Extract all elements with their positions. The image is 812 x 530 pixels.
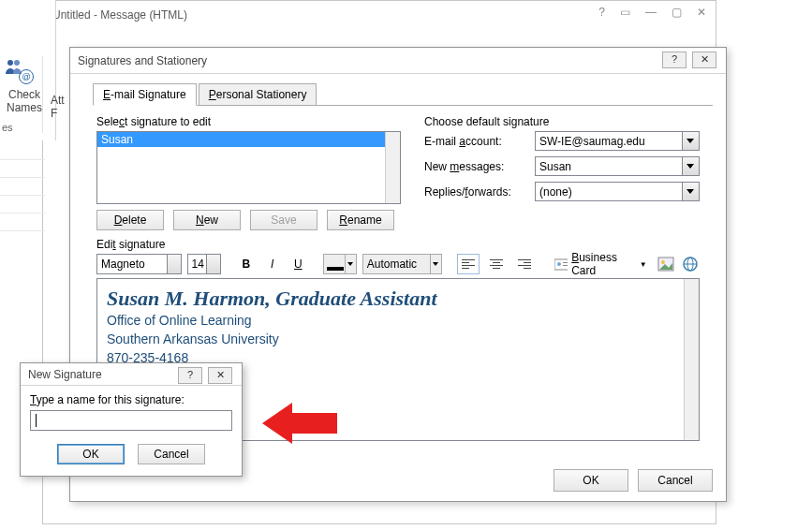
new-messages-dropdown[interactable]: Susan — [535, 156, 700, 176]
editor-toolbar: Magneto 14 B I U Automatic — [96, 254, 700, 274]
sig-name-line: Susan M. Harmon, Graduate Assistant — [107, 287, 689, 311]
align-right-button[interactable] — [513, 254, 536, 274]
italic-button[interactable]: I — [262, 254, 283, 274]
maximize-icon[interactable]: ▢ — [672, 6, 682, 19]
bold-button[interactable]: B — [236, 254, 257, 274]
svg-point-3 — [557, 262, 561, 266]
insert-hyperlink-button[interactable] — [681, 254, 700, 274]
help-button[interactable]: ? — [178, 367, 202, 384]
tab-personal-stationery[interactable]: Personal Stationery — [199, 83, 317, 106]
autocolor-dropdown[interactable]: Automatic — [362, 254, 442, 274]
close-icon[interactable]: ✕ — [697, 6, 706, 19]
insert-image-button[interactable] — [657, 254, 676, 274]
minimize-icon[interactable]: — — [645, 6, 657, 19]
edit-signature-label: Edit signature — [96, 238, 700, 251]
font-color-button[interactable] — [323, 254, 357, 274]
svg-rect-2 — [554, 259, 568, 270]
align-center-button[interactable] — [485, 254, 508, 274]
dialog-titlebar: Signatures and Stationery ? ✕ — [70, 48, 726, 74]
list-stripes — [0, 159, 45, 230]
sig-line: Office of Online Learning — [107, 311, 689, 330]
svg-rect-5 — [563, 265, 568, 266]
dialog-title: Signatures and Stationery — [78, 54, 207, 67]
chevron-down-icon — [687, 139, 694, 143]
chevron-down-icon — [212, 262, 217, 266]
ok-button[interactable]: OK — [554, 469, 628, 492]
f-text: F — [51, 107, 57, 120]
text-caret — [36, 414, 37, 427]
ok-button[interactable]: OK — [57, 444, 125, 464]
ribbon-collapse-icon[interactable]: ▭ — [620, 6, 630, 19]
chevron-down-icon — [172, 262, 178, 266]
close-button[interactable]: ✕ — [692, 52, 716, 68]
new-signature-dialog: New Signature ? ✕ Type a name for this s… — [20, 362, 243, 477]
image-icon — [657, 257, 674, 272]
list-item[interactable]: Susan — [97, 132, 400, 147]
type-name-prompt: Type a name for this signature: — [30, 393, 232, 406]
group-label: es — [0, 122, 13, 133]
underline-button[interactable]: U — [288, 254, 308, 274]
svg-rect-4 — [563, 262, 568, 263]
delete-button[interactable]: Delete — [96, 210, 164, 230]
message-title: Untitled - Message (HTML) — [52, 8, 187, 22]
help-button[interactable]: ? — [662, 52, 687, 68]
ribbon-divider — [42, 56, 43, 133]
font-size-dropdown[interactable]: 14 — [187, 254, 222, 274]
signature-name-input[interactable] — [30, 410, 232, 431]
chevron-down-icon — [687, 189, 694, 194]
link-icon — [682, 256, 699, 272]
sig-line: Southern Arkansas University — [107, 330, 689, 348]
rename-button[interactable]: Rename — [327, 210, 394, 230]
window-controls: ? ▭ — ▢ ✕ — [598, 6, 706, 19]
svg-point-7 — [661, 260, 665, 264]
choose-default-label: Choose default signature — [424, 115, 700, 128]
new-messages-label: New messages: — [424, 160, 529, 173]
chevron-down-icon — [687, 164, 694, 169]
close-button[interactable]: ✕ — [208, 367, 232, 384]
ribbon-fragment: @ CheckNames Att F es — [0, 0, 56, 140]
scrollbar[interactable] — [385, 132, 400, 203]
business-card-button[interactable]: Business Card ▼ — [550, 254, 651, 274]
replies-forwards-label: Replies/forwards: — [424, 185, 529, 199]
select-signature-label: Select signature to edit — [96, 115, 406, 128]
new-sig-titlebar: New Signature ? ✕ — [21, 363, 242, 386]
font-dropdown[interactable]: Magneto — [96, 254, 182, 274]
tab-email-signature[interactable]: E-mail Signature — [93, 83, 197, 106]
new-sig-title: New Signature — [28, 368, 102, 381]
replies-forwards-dropdown[interactable]: (none) — [535, 182, 700, 201]
align-left-button[interactable] — [457, 254, 480, 274]
email-account-dropdown[interactable]: SW-IE@saumag.edu — [535, 131, 700, 151]
scrollbar[interactable] — [684, 279, 699, 440]
attach-text: Att — [51, 94, 65, 107]
message-titlebar: Untitled - Message (HTML) ? ▭ — ▢ ✕ — [43, 1, 716, 29]
help-icon[interactable]: ? — [598, 6, 605, 19]
tabs: E-mail Signature Personal Stationery — [93, 83, 713, 106]
new-button[interactable]: New — [173, 210, 241, 230]
arrow-icon — [262, 401, 337, 446]
save-button: Save — [250, 210, 317, 230]
email-account-label: E-mail account: — [424, 135, 529, 148]
signature-listbox[interactable]: Susan — [96, 131, 401, 204]
svg-marker-11 — [262, 403, 337, 444]
card-icon — [554, 258, 568, 271]
cancel-button[interactable]: Cancel — [638, 469, 713, 492]
red-arrow-annotation — [262, 401, 337, 446]
cancel-button[interactable]: Cancel — [138, 444, 205, 464]
